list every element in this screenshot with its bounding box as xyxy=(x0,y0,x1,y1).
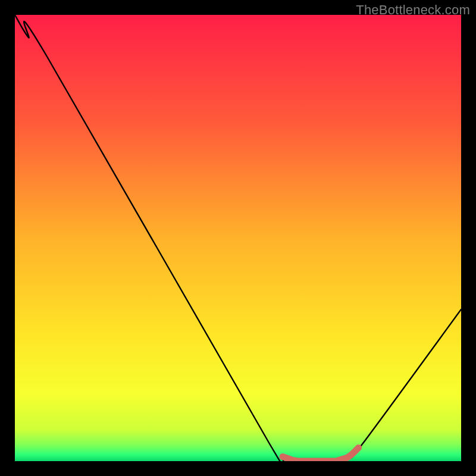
chart-frame: TheBottleneck.com xyxy=(0,0,476,476)
watermark-text: TheBottleneck.com xyxy=(356,2,470,18)
gradient-background xyxy=(15,15,461,461)
bottleneck-curve-chart xyxy=(15,15,461,461)
plot-area xyxy=(15,15,461,461)
